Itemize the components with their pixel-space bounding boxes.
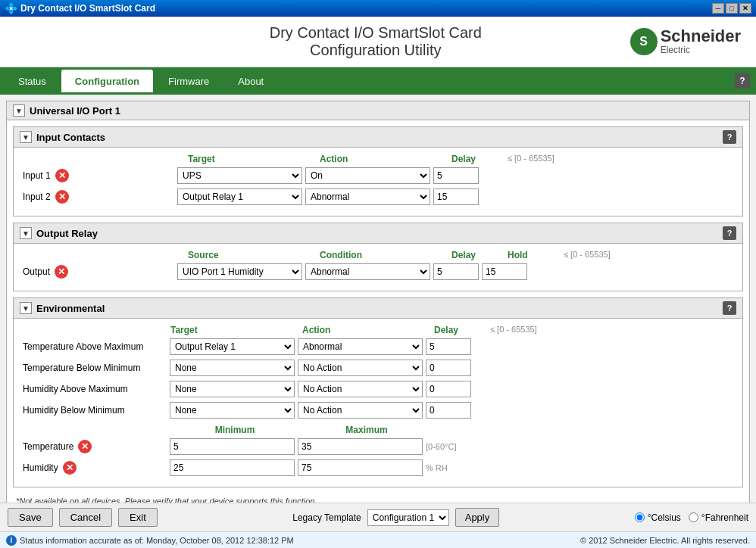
- temp-above-target-select[interactable]: Output Relay 1 None: [170, 338, 295, 355]
- maximize-button[interactable]: □: [726, 3, 738, 14]
- legacy-template-select[interactable]: Configuration 1 Configuration 2: [367, 509, 449, 526]
- app-title-line2: Configuration Utility: [310, 42, 441, 58]
- tab-status[interactable]: Status: [5, 70, 60, 92]
- temp-above-action-select[interactable]: Abnormal No Action: [298, 338, 423, 355]
- humidity-below-delay[interactable]: [426, 402, 471, 419]
- apply-button[interactable]: Apply: [455, 508, 500, 527]
- fahrenheit-radio[interactable]: [689, 512, 698, 522]
- humidity-above-max-controls: Output Relay 1 None Abnormal No Action: [170, 381, 471, 397]
- col-range-out: ≤ [0 - 65535]: [564, 250, 611, 260]
- minmax-headers: Minimum Maximum: [23, 425, 733, 435]
- input2-row: Input 2 ✕ UPS Output Relay 1 None: [23, 188, 733, 205]
- environmental-collapse[interactable]: ▼: [20, 302, 32, 314]
- environmental-title: Environmental: [36, 303, 105, 314]
- universal-io-collapse[interactable]: ▼: [13, 104, 25, 117]
- main-container: Dry Contact I/O SmartSlot Card Configura…: [0, 17, 756, 548]
- output-relay-title: Output Relay: [36, 228, 98, 239]
- tab-firmware[interactable]: Firmware: [155, 70, 223, 92]
- se-electric: Electric: [661, 45, 741, 55]
- humidity-below-min-label: Humidity Below Minimum: [23, 405, 167, 416]
- col-delay-out: Delay: [451, 250, 505, 260]
- temp-minmax-label-container: Temperature ✕: [23, 440, 167, 453]
- fahrenheit-label: °Fahrenheit: [701, 512, 748, 523]
- title-bar: 💠 Dry Contact I/O SmartSlot Card ─ □ ✕: [0, 0, 756, 17]
- output-relay-collapse[interactable]: ▼: [20, 227, 32, 239]
- humidity-below-min-controls: Output Relay 1 None Abnormal No Action: [170, 402, 471, 419]
- temp-below-delay[interactable]: [426, 360, 471, 376]
- humidity-below-target-select[interactable]: Output Relay 1 None: [170, 402, 295, 419]
- temp-below-min-row: Temperature Below Minimum Output Relay 1…: [23, 360, 733, 376]
- app-header: Dry Contact I/O SmartSlot Card Configura…: [0, 17, 756, 67]
- tab-about[interactable]: About: [224, 70, 277, 92]
- se-name: Schneider: [661, 28, 741, 45]
- output-delay[interactable]: [433, 263, 479, 280]
- humidity-max-input[interactable]: [298, 459, 423, 476]
- input2-target-select[interactable]: UPS Output Relay 1 None: [177, 188, 302, 205]
- status-bar: i Status information accurate as of: Mon…: [0, 531, 756, 548]
- se-logo: S Schneider Electric: [630, 28, 741, 55]
- input-contacts-collapse[interactable]: ▼: [20, 131, 32, 143]
- temp-range-label: [0-60°C]: [426, 442, 456, 451]
- output-condition-select[interactable]: Abnormal Normal No Action: [305, 263, 430, 280]
- humidity-minmax-label-container: Humidity ✕: [23, 461, 167, 475]
- temp-minmax-row: Temperature ✕ [0-60°C]: [23, 438, 733, 455]
- note-text: *Not available on all devices. Please ve…: [7, 494, 749, 503]
- col-action: Action: [320, 154, 448, 164]
- environmental-header: ▼ Environmental ?: [14, 298, 742, 319]
- output-row: Output ✕ UIO Port 1 Humidity UIO Port 1 …: [23, 263, 733, 280]
- save-button[interactable]: Save: [8, 508, 53, 527]
- input1-delay[interactable]: [433, 167, 479, 184]
- footer-right: °Celsius °Fahrenheit: [635, 512, 748, 523]
- humidity-minmax-row: Humidity ✕ % RH: [23, 459, 733, 476]
- environmental-help[interactable]: ?: [723, 301, 736, 315]
- col-source: Source: [188, 250, 317, 260]
- output-relay-header: ▼ Output Relay ?: [14, 223, 742, 244]
- input-contacts-help[interactable]: ?: [723, 130, 736, 144]
- temp-min-input[interactable]: [170, 438, 295, 455]
- input2-label: Input 2: [23, 191, 51, 202]
- temp-below-min-controls: Output Relay 1 None Abnormal No Action: [170, 360, 471, 376]
- output-label-container: Output ✕: [23, 265, 174, 279]
- output-controls: UIO Port 1 Humidity UIO Port 1 Temperatu…: [177, 263, 527, 280]
- environmental-grid: Target Action Delay ≤ [0 - 65535] Temper…: [14, 319, 742, 487]
- celsius-radio[interactable]: [635, 512, 645, 522]
- input2-label-container: Input 2 ✕: [23, 190, 174, 204]
- nav-help-button[interactable]: ?: [735, 73, 750, 89]
- humidity-above-delay[interactable]: [426, 381, 471, 397]
- scroll-container[interactable]: ▼ Universal I/O Port 1 ▼ Input Contacts …: [0, 95, 756, 503]
- humidity-minmax-label: Humidity: [23, 462, 58, 473]
- input2-delay[interactable]: [433, 188, 479, 205]
- humidity-min-input[interactable]: [170, 459, 295, 476]
- humidity-above-action-select[interactable]: Abnormal No Action: [298, 381, 423, 397]
- humidity-below-min-row: Humidity Below Minimum Output Relay 1 No…: [23, 402, 733, 419]
- humidity-above-target-select[interactable]: Output Relay 1 None: [170, 381, 295, 397]
- tab-configuration[interactable]: Configuration: [61, 70, 153, 92]
- exit-button[interactable]: Exit: [118, 508, 158, 527]
- temp-above-delay[interactable]: [426, 338, 471, 355]
- close-button[interactable]: ✕: [739, 3, 751, 14]
- universal-io-title: Universal I/O Port 1: [30, 105, 120, 117]
- title-bar-text: Dry Contact I/O SmartSlot Card: [20, 3, 155, 14]
- app-icon: 💠: [5, 2, 17, 14]
- col-target: Target: [188, 154, 317, 164]
- min-header: Minimum: [170, 425, 299, 435]
- input2-action-select[interactable]: On Off Abnormal No Action: [305, 188, 430, 205]
- output-source-select[interactable]: UIO Port 1 Humidity UIO Port 1 Temperatu…: [177, 263, 302, 280]
- footer-center: Legacy Template Configuration 1 Configur…: [164, 508, 629, 527]
- input1-action-select[interactable]: On Off Abnormal No Action: [305, 167, 430, 184]
- status-message: Status information accurate as of: Monda…: [20, 536, 294, 545]
- temp-below-target-select[interactable]: Output Relay 1 None: [170, 360, 295, 376]
- output-relay-grid: Source Condition Delay Hold ≤ [0 - 65535…: [14, 244, 742, 291]
- max-header: Maximum: [302, 425, 431, 435]
- nav-bar: Status Configuration Firmware About ?: [0, 67, 756, 95]
- output-hold[interactable]: [482, 263, 527, 280]
- cancel-button[interactable]: Cancel: [59, 508, 112, 527]
- environmental-section: ▼ Environmental ? Target Action Delay ≤ …: [13, 297, 743, 487]
- output-relay-help[interactable]: ?: [723, 226, 736, 240]
- temp-above-max-label: Temperature Above Maximum: [23, 341, 167, 352]
- minimize-button[interactable]: ─: [712, 3, 724, 14]
- temp-max-input[interactable]: [298, 438, 423, 455]
- temp-below-action-select[interactable]: Abnormal No Action: [298, 360, 423, 376]
- humidity-below-action-select[interactable]: Abnormal No Action: [298, 402, 423, 419]
- input1-target-select[interactable]: UPS Output Relay 1 None: [177, 167, 302, 184]
